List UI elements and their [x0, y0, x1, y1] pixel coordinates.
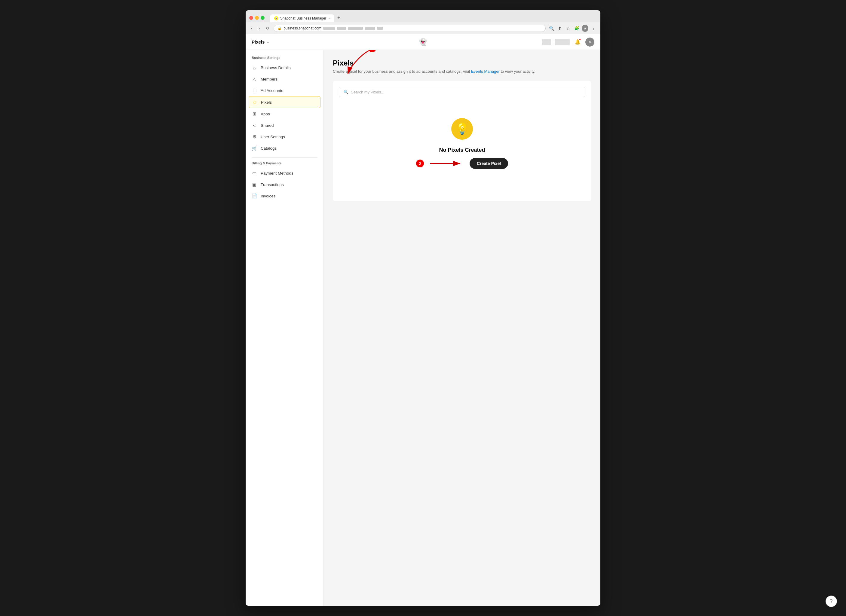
url-redacted-1	[323, 27, 335, 30]
home-icon: ⌂	[252, 65, 257, 70]
sidebar-item-payment-methods[interactable]: ▭ Payment Methods	[245, 167, 323, 179]
sidebar-label-user-settings: User Settings	[261, 135, 285, 139]
new-tab-button[interactable]: +	[334, 13, 343, 22]
sidebar-item-ad-accounts[interactable]: ☐ Ad Accounts	[245, 85, 323, 96]
maximize-button[interactable]	[261, 16, 264, 20]
sidebar-label-transactions: Transactions	[261, 182, 284, 187]
header-center: 👻	[419, 38, 427, 46]
search-input[interactable]	[351, 90, 581, 94]
app-container: Pixels ⌄ 👻 🔔 a Business Settings	[245, 34, 601, 606]
pixels-icon: ◇	[252, 100, 257, 105]
sidebar-item-transactions[interactable]: ▣ Transactions	[245, 179, 323, 190]
refresh-button[interactable]: ↻	[264, 25, 271, 31]
browser-window: 👻 Snapchat Business Manager × + ‹ › ↻ 🔒 …	[245, 10, 601, 606]
sidebar-item-user-settings[interactable]: ⚙ User Settings	[245, 131, 323, 142]
sidebar-label-business-details: Business Details	[261, 66, 291, 70]
tab-favicon: 👻	[274, 16, 278, 21]
share-icon[interactable]: ⬆	[557, 25, 563, 32]
profile-avatar[interactable]: a	[582, 25, 588, 32]
browser-titlebar: 👻 Snapchat Business Manager × +	[245, 10, 601, 22]
header-rect-2	[555, 39, 570, 45]
invoices-icon: 📄	[252, 193, 257, 199]
address-bar[interactable]: 🔒 business.snapchat.com	[273, 25, 546, 32]
sidebar-item-shared[interactable]: < Shared	[245, 120, 323, 131]
minimize-button[interactable]	[255, 16, 259, 20]
bookmark-icon[interactable]: ☆	[565, 25, 571, 32]
profile-icon[interactable]: a	[582, 25, 588, 32]
transactions-icon: ▣	[252, 182, 257, 187]
url-domain: business.snapchat.com	[283, 26, 321, 30]
search-toolbar-icon[interactable]: 🔍	[548, 25, 555, 32]
sidebar-item-catalogs[interactable]: 🛒 Catalogs	[245, 142, 323, 154]
annotation-2-group: 2 Create Pixel	[416, 158, 508, 169]
url-redacted-4	[365, 27, 375, 30]
active-tab[interactable]: 👻 Snapchat Business Manager ×	[270, 15, 334, 22]
traffic-lights	[249, 16, 264, 20]
sidebar-item-apps[interactable]: ⊞ Apps	[245, 108, 323, 120]
sidebar-label-pixels: Pixels	[261, 100, 272, 104]
billing-payments-label: Billing & Payments	[245, 161, 323, 167]
page-title: Pixels	[333, 59, 591, 67]
annotation-arrow-2	[429, 159, 465, 168]
notification-badge	[579, 38, 581, 41]
ad-accounts-icon: ☐	[252, 88, 257, 93]
help-button[interactable]: ?	[825, 595, 837, 607]
notification-button[interactable]: 🔔	[573, 38, 582, 46]
tab-close-icon[interactable]: ×	[328, 16, 330, 20]
sidebar-label-ad-accounts: Ad Accounts	[261, 88, 283, 93]
apps-icon: ⊞	[252, 111, 257, 117]
settings-icon: ⚙	[252, 134, 257, 139]
sidebar-item-pixels[interactable]: ◇ Pixels	[249, 96, 320, 108]
sidebar-divider	[252, 157, 317, 158]
empty-state-title: No Pixels Created	[439, 147, 485, 153]
members-icon: △	[252, 76, 257, 82]
header-right: 🔔 a	[542, 38, 594, 47]
annotation-badge-1: 1	[368, 50, 376, 52]
empty-state-icon: 💡	[451, 118, 473, 140]
annotation-badge-2: 2	[416, 160, 424, 167]
events-manager-link[interactable]: Events Manager	[471, 69, 500, 73]
app-header: Pixels ⌄ 👻 🔔 a	[245, 34, 601, 50]
help-icon: ?	[830, 598, 833, 604]
page-subtitle-text: Create a pixel for your business and ass…	[333, 69, 470, 73]
create-pixel-button[interactable]: Create Pixel	[470, 158, 508, 169]
sidebar-label-invoices: Invoices	[261, 194, 276, 198]
tab-title: Snapchat Business Manager	[280, 16, 326, 21]
main-content: 1 Pixels Create a pixel for your busines…	[324, 50, 601, 606]
url-redacted-5	[377, 27, 383, 30]
empty-state: 💡 No Pixels Created 2	[339, 106, 585, 187]
page-subtitle-end: to view your activity.	[501, 69, 535, 73]
header-rect-1	[542, 39, 551, 45]
annotation-1-group: 1	[368, 50, 376, 52]
tab-bar: 👻 Snapchat Business Manager × +	[270, 13, 597, 22]
search-icon: 🔍	[343, 89, 348, 94]
shared-icon: <	[252, 123, 257, 128]
sidebar-label-members: Members	[261, 77, 278, 81]
browser-toolbar: ‹ › ↻ 🔒 business.snapchat.com 🔍 ⬆ ☆ 🧩 a …	[245, 22, 601, 34]
extensions-icon[interactable]: 🧩	[573, 25, 580, 32]
close-button[interactable]	[249, 16, 253, 20]
snapchat-logo: 👻	[419, 38, 427, 46]
url-redacted-3	[348, 27, 363, 30]
toolbar-icons: 🔍 ⬆ ☆ 🧩 a ⋮	[548, 25, 597, 32]
forward-button[interactable]: ›	[257, 25, 262, 31]
user-avatar[interactable]: a	[585, 38, 594, 47]
sidebar-label-payment-methods: Payment Methods	[261, 171, 294, 176]
header-brand[interactable]: Pixels	[252, 40, 264, 44]
back-button[interactable]: ‹	[249, 25, 254, 31]
sidebar-item-invoices[interactable]: 📄 Invoices	[245, 190, 323, 202]
sidebar-label-apps: Apps	[261, 112, 270, 116]
sidebar-label-catalogs: Catalogs	[261, 146, 276, 151]
content-card: 🔍 💡 No Pixels Created 2	[333, 81, 591, 201]
business-settings-label: Business Settings	[245, 56, 323, 62]
menu-icon[interactable]: ⋮	[590, 25, 597, 32]
header-chevron-icon[interactable]: ⌄	[266, 40, 269, 44]
page-subtitle: Create a pixel for your business and ass…	[333, 69, 591, 73]
app-body: Business Settings ⌂ Business Details △ M…	[245, 50, 601, 606]
sidebar-item-members[interactable]: △ Members	[245, 73, 323, 85]
sidebar-item-business-details[interactable]: ⌂ Business Details	[245, 62, 323, 73]
url-redacted-2	[337, 27, 346, 30]
catalogs-icon: 🛒	[252, 145, 257, 151]
search-bar: 🔍	[339, 87, 585, 97]
header-left: Pixels ⌄	[252, 40, 269, 44]
